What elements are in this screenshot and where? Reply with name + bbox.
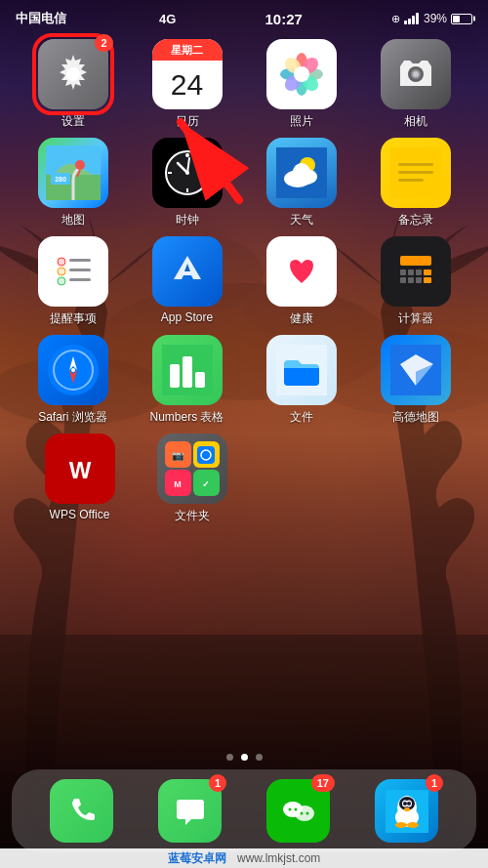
svg-rect-65 — [416, 277, 422, 283]
dock-wechat[interactable]: 17 — [266, 779, 330, 843]
app-calendar[interactable]: 星期二 24 日历 — [139, 39, 236, 130]
health-icon-bg — [266, 236, 337, 307]
appstore-label: App Store — [161, 310, 213, 324]
app-safari[interactable]: Safari 浏览器 — [24, 335, 122, 426]
files-label: 文件 — [290, 409, 313, 426]
svg-point-92 — [305, 811, 308, 814]
svg-rect-71 — [170, 364, 180, 388]
clock-icon-bg — [152, 138, 223, 208]
calendar-day: 星期二 — [152, 39, 223, 61]
calendar-label: 日历 — [176, 113, 199, 130]
page-dot-1 — [226, 754, 233, 761]
svg-rect-62 — [424, 269, 431, 275]
app-row-2: 280 地图 — [16, 138, 472, 228]
svg-point-91 — [300, 811, 303, 814]
svg-rect-63 — [400, 277, 406, 283]
app-camera[interactable]: 相机 — [367, 39, 465, 130]
svg-rect-47 — [398, 163, 433, 166]
app-maps[interactable]: 280 地图 — [24, 138, 122, 228]
svg-text:📷: 📷 — [172, 449, 184, 462]
camera-icon-bg — [381, 39, 451, 109]
app-clock[interactable]: 时钟 — [139, 138, 236, 228]
dock-phone[interactable] — [50, 779, 113, 843]
app-calculator[interactable]: 计算器 — [367, 236, 465, 327]
svg-point-101 — [404, 807, 410, 811]
app-notes[interactable]: 备忘录 — [367, 138, 465, 228]
svg-rect-11 — [416, 13, 419, 24]
app-row-1: 2 设置 星期二 24 日历 — [16, 39, 472, 130]
calc-icon-bg — [381, 236, 451, 307]
appstore-icon-bg — [152, 236, 223, 307]
settings-badge: 2 — [95, 34, 112, 52]
clock-label: 时钟 — [176, 212, 199, 228]
reminders-label: 提醒事项 — [50, 310, 97, 327]
carrier-text: 中国电信 — [16, 10, 66, 27]
safari-icon-bg — [38, 335, 108, 405]
app-appstore[interactable]: App Store — [139, 236, 236, 327]
calculator-label: 计算器 — [398, 310, 433, 327]
dock-qq[interactable]: 1 — [375, 779, 438, 843]
safari-label: Safari 浏览器 — [38, 409, 107, 426]
notes-label: 备忘录 — [398, 212, 433, 228]
health-label: 健康 — [290, 310, 313, 327]
wechat-badge: 17 — [311, 774, 335, 792]
folder-label: 文件夹 — [175, 508, 210, 524]
svg-rect-61 — [416, 269, 422, 275]
watermark-brand: 蓝莓安卓网 — [168, 851, 226, 865]
svg-rect-58 — [400, 256, 431, 266]
network-text: 4G — [159, 12, 176, 26]
app-folder[interactable]: 📷 M ✓ 文件夹 — [143, 434, 241, 524]
svg-rect-80 — [197, 446, 215, 464]
location-icon: ⊕ — [391, 13, 400, 25]
svg-point-29 — [75, 160, 85, 170]
wps-label: WPS Office — [50, 508, 110, 521]
svg-text:✓: ✓ — [202, 479, 210, 489]
maps-label: 地图 — [61, 212, 85, 228]
svg-rect-66 — [424, 277, 431, 283]
svg-rect-72 — [183, 356, 192, 388]
status-bar: 中国电信 4G 10:27 ⊕ 39% — [0, 0, 488, 35]
qq-badge: 1 — [426, 774, 443, 792]
app-wps[interactable]: W WPS Office — [31, 434, 129, 524]
svg-rect-73 — [195, 372, 205, 388]
app-row-5: W WPS Office 📷 — [16, 434, 472, 524]
svg-rect-54 — [69, 259, 91, 262]
files-icon-bg — [266, 335, 337, 405]
battery-icon — [451, 14, 472, 24]
svg-point-99 — [403, 802, 407, 806]
app-weather[interactable]: 天气 — [253, 138, 350, 228]
svg-rect-49 — [398, 179, 424, 182]
numbers-label: Numbers 表格 — [149, 409, 224, 426]
camera-label: 相机 — [404, 113, 427, 130]
app-settings[interactable]: 2 设置 — [24, 39, 122, 130]
svg-point-45 — [293, 163, 310, 181]
calendar-icon-bg: 星期二 24 — [152, 39, 223, 109]
watermark: 蓝莓安卓网 www.lmkjst.com — [0, 848, 488, 868]
watermark-url: www.lmkjst.com — [237, 851, 320, 865]
app-reminders[interactable]: 提醒事项 — [24, 236, 122, 327]
svg-text:M: M — [174, 479, 182, 489]
weather-label: 天气 — [290, 212, 313, 228]
svg-point-53 — [58, 277, 65, 285]
dock: 1 17 — [12, 769, 476, 852]
page-indicator — [0, 754, 488, 761]
svg-rect-59 — [400, 269, 406, 275]
dock-messages[interactable]: 1 — [158, 779, 222, 843]
page-dot-3 — [256, 754, 263, 761]
svg-point-37 — [185, 153, 189, 157]
wps-icon-bg: W — [45, 434, 115, 504]
amap-icon-bg — [381, 335, 451, 405]
app-health[interactable]: 健康 — [253, 236, 350, 327]
svg-rect-56 — [69, 278, 91, 281]
svg-point-52 — [58, 268, 65, 275]
svg-point-102 — [395, 822, 407, 828]
app-row-4: Safari 浏览器 Numbers 表格 — [16, 335, 472, 426]
folder-icon-bg: 📷 M ✓ — [157, 434, 227, 504]
app-files[interactable]: 文件 — [253, 335, 350, 426]
app-photos[interactable]: 照片 — [253, 39, 350, 130]
svg-point-90 — [294, 807, 297, 810]
svg-point-23 — [294, 66, 309, 82]
app-numbers[interactable]: Numbers 表格 — [139, 335, 236, 426]
app-amap[interactable]: 高德地图 — [367, 335, 465, 426]
svg-rect-8 — [404, 21, 407, 24]
